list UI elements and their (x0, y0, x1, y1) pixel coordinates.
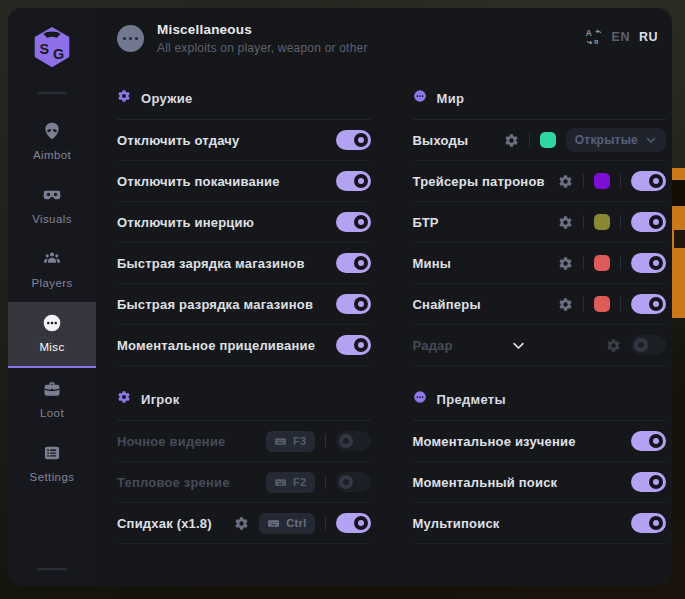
divider (583, 297, 584, 311)
color-swatch[interactable] (594, 255, 610, 271)
chevron-down-icon[interactable] (511, 338, 526, 353)
gear-icon[interactable] (504, 133, 519, 148)
row-label: БТР (413, 215, 439, 230)
color-swatch[interactable] (594, 173, 610, 189)
sidebar-item-aimbot[interactable]: Aimbot (8, 110, 96, 174)
row-label: Отключить отдачу (117, 133, 239, 148)
section-header-items: Предметы (413, 390, 667, 421)
gear-icon (117, 390, 131, 408)
page-subtitle: All exploits on player, weapon or other (157, 41, 368, 55)
background-game-fragment (672, 168, 685, 318)
row-label: Отключить покачивание (117, 174, 280, 189)
column-left: Оружие Отключить отдачу Отключить покачи… (117, 65, 371, 544)
toggle-no-sway[interactable] (336, 171, 371, 191)
vr-goggles-icon (42, 185, 62, 205)
toggle-mines[interactable] (631, 253, 666, 273)
color-swatch[interactable] (594, 214, 610, 230)
background-mark (674, 230, 685, 248)
color-swatch[interactable] (540, 132, 556, 148)
color-swatch[interactable] (594, 296, 610, 312)
row-label: Трейсеры патронов (413, 174, 545, 189)
toggle-snipers[interactable] (631, 294, 666, 314)
lang-en-button[interactable]: EN (612, 30, 630, 44)
divider (583, 215, 584, 229)
section-header-player: Игрок (117, 390, 371, 421)
toggle-multi-search[interactable] (631, 513, 666, 533)
sidebar-item-loot[interactable]: Loot (8, 368, 96, 432)
toggle-fast-unload[interactable] (336, 294, 371, 314)
gear-icon[interactable] (558, 256, 573, 271)
gear-icon[interactable] (558, 174, 573, 189)
row-bullet-tracers: Трейсеры патронов (413, 161, 667, 202)
section-header-weapon: Оружие (117, 89, 371, 120)
row-label: Быстрая зарядка магазинов (117, 256, 305, 271)
row-snipers: Снайперы (413, 284, 667, 325)
toggle-fast-reload[interactable] (336, 253, 371, 273)
row-exits: Выходы Открытые (413, 120, 667, 161)
chevron-down-icon (645, 134, 657, 146)
language-switcher: Aя EN RU (585, 28, 658, 46)
settings-list-icon (42, 443, 62, 463)
row-thermal-vision: Тепловое зрение F2 (117, 462, 371, 503)
main-content: Miscellaneous All exploits on player, we… (96, 8, 672, 586)
row-speedhack: Спидхак (x1.8) Ctrl (117, 503, 371, 544)
gear-icon[interactable] (234, 516, 249, 531)
exits-dropdown[interactable]: Открытые (566, 128, 666, 152)
row-night-vision: Ночное видение F3 (117, 421, 371, 462)
dropdown-value: Открытые (575, 133, 638, 147)
gear-icon[interactable] (558, 297, 573, 312)
svg-text:S: S (40, 41, 50, 57)
toggle-no-inertia[interactable] (336, 212, 371, 232)
sidebar-divider (37, 92, 67, 94)
sidebar-item-settings[interactable]: Settings (8, 432, 96, 496)
keybind-badge[interactable]: F3 (266, 431, 314, 452)
sidebar: S G Aimbot Visuals Players (8, 8, 96, 586)
toggle-btr[interactable] (631, 212, 666, 232)
row-btr: БТР (413, 202, 667, 243)
section-title: Игрок (141, 392, 180, 407)
gear-icon[interactable] (606, 338, 621, 353)
column-right: Мир Выходы Открытые Трейсер (413, 65, 667, 544)
row-instant-search: Моментальный поиск (413, 462, 667, 503)
section-header-world: Мир (413, 89, 667, 120)
sidebar-item-label: Visuals (32, 213, 72, 225)
toggle-no-recoil[interactable] (336, 130, 371, 150)
keyboard-icon (267, 517, 280, 530)
toggle-thermal-vision[interactable] (336, 472, 371, 492)
row-label: Спидхак (x1.8) (117, 516, 212, 531)
divider (529, 133, 530, 147)
toggle-instant-study[interactable] (631, 431, 666, 451)
row-label: Мины (413, 256, 452, 271)
lang-ru-button[interactable]: RU (639, 30, 658, 44)
toggle-speedhack[interactable] (336, 513, 371, 533)
divider (583, 256, 584, 270)
sidebar-item-visuals[interactable]: Visuals (8, 174, 96, 238)
sidebar-item-players[interactable]: Players (8, 238, 96, 302)
background-mark (672, 180, 685, 206)
keybind-label: F2 (293, 476, 306, 488)
keybind-badge[interactable]: F2 (266, 472, 314, 493)
dots-circle-icon (413, 390, 427, 408)
toggle-instant-ads[interactable] (336, 335, 371, 355)
section-title: Оружие (141, 91, 193, 106)
cheat-menu-window: S G Aimbot Visuals Players (8, 8, 672, 586)
toggle-radar[interactable] (631, 335, 666, 355)
sidebar-item-label: Misc (39, 341, 64, 353)
toggle-instant-search[interactable] (631, 472, 666, 492)
sidebar-item-label: Loot (40, 407, 64, 419)
row-label: Снайперы (413, 297, 481, 312)
sidebar-item-label: Settings (30, 471, 75, 483)
svg-text:G: G (53, 46, 64, 62)
row-label: Моментальное изучение (413, 434, 576, 449)
gear-icon[interactable] (558, 215, 573, 230)
row-label: Мультипоиск (413, 516, 500, 531)
toggle-bullet-tracers[interactable] (631, 171, 666, 191)
toggle-night-vision[interactable] (336, 431, 371, 451)
sidebar-item-misc[interactable]: Misc (8, 302, 96, 368)
page-title: Miscellaneous (157, 22, 368, 37)
keybind-badge[interactable]: Ctrl (259, 513, 314, 534)
section-title: Предметы (437, 392, 506, 407)
row-radar: Радар (413, 325, 667, 366)
keybind-label: Ctrl (286, 517, 306, 529)
row-label: Отключить инерцию (117, 215, 254, 230)
